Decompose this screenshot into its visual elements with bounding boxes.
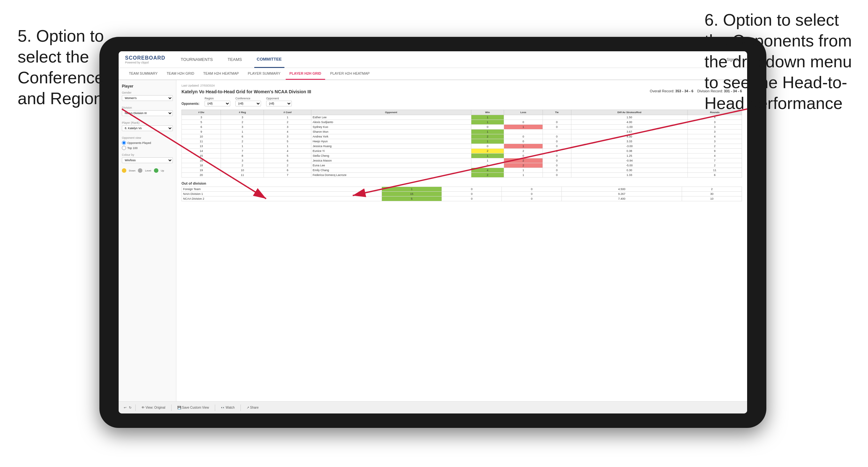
tab-player-h2h-heatmap[interactable]: PLAYER H2H HEATMAP: [327, 68, 374, 80]
cell-conf: 1: [264, 115, 311, 120]
ood-cell-rounds: 10: [682, 196, 742, 201]
cell-loss: 1: [504, 168, 542, 173]
panel-title: Katelyn Vo Head-to-Head Grid for Women's…: [182, 89, 311, 94]
player-rank-select[interactable]: 8. Katelyn Vo: [122, 125, 173, 131]
cell-name: Heejo Hyun: [311, 139, 471, 144]
cell-loss: 1: [504, 173, 542, 178]
tab-player-summary[interactable]: PLAYER SUMMARY: [244, 68, 284, 80]
nav-tournaments[interactable]: TOURNAMENTS: [178, 51, 215, 68]
cell-win: 4: [471, 168, 504, 173]
cell-rounds: 6: [688, 173, 742, 178]
cell-diff: -5.00: [571, 163, 688, 168]
cell-reg: 11: [221, 173, 264, 178]
dot-level-label: Level: [145, 169, 151, 172]
division-select[interactable]: NCAA Division III: [122, 110, 173, 116]
cell-rounds: 4: [688, 154, 742, 158]
cell-rounds: 2: [688, 144, 742, 149]
table-row: 16 3 6 Jessica Mason 1 2 0 -0.94 7: [182, 158, 742, 163]
toolbar-sep-1: [135, 405, 136, 411]
sidebar-opponent-view-section: Opponent view Opponents Played Top 100: [122, 136, 173, 150]
cell-win: 0: [471, 144, 504, 149]
region-filter-label: Region: [205, 97, 230, 100]
dot-up-label: Up: [161, 169, 164, 172]
cell-conf: 4: [264, 149, 311, 154]
cell-win: 1: [471, 139, 504, 144]
table-row: 15 8 5 Stella Cheng 1 0 0 1.25 4: [182, 154, 742, 158]
watch-label: Watch: [226, 406, 235, 409]
cell-win: 2: [471, 149, 504, 154]
colour-select[interactable]: Win/loss: [122, 157, 173, 163]
ood-cell-name: NCAA Division 2: [182, 196, 382, 201]
tab-team-h2h-heatmap[interactable]: TEAM H2H HEATMAP: [199, 68, 243, 80]
sidebar-player-rank-label: Player (Rank): [122, 121, 173, 124]
cell-tie: 0: [542, 168, 571, 173]
cell-rounds: 3: [688, 120, 742, 125]
cell-reg: 3: [221, 125, 264, 129]
main-content: Player Gender Women's Division NCAA Divi…: [119, 80, 747, 401]
ood-cell-name: Foreign Team: [182, 187, 382, 192]
cell-div: 10: [182, 134, 221, 139]
cell-loss: 0: [504, 120, 542, 125]
share-icon: ↗: [247, 406, 249, 409]
cell-diff: 0.30: [571, 168, 688, 173]
opponent-filter-select[interactable]: (All): [266, 101, 292, 106]
cell-tie: 0: [542, 149, 571, 154]
ood-table-row: Foreign Team 1 0 0 4.500 2: [182, 187, 742, 192]
cell-tie: 0: [542, 154, 571, 158]
sidebar-opponent-view-label: Opponent view: [122, 136, 173, 139]
cell-loss: 0: [504, 134, 542, 139]
save-custom-view-btn[interactable]: 💾 Save Custom View: [176, 405, 211, 410]
toolbar-sep-2: [171, 405, 172, 411]
cell-win: 1: [471, 154, 504, 158]
sidebar: Player Gender Women's Division NCAA Divi…: [119, 80, 176, 401]
conference-filter-select[interactable]: (All): [235, 101, 261, 106]
ood-cell-rounds: 30: [682, 192, 742, 196]
cell-win: 1: [471, 120, 504, 125]
radio-top100[interactable]: Top 100: [122, 146, 173, 150]
table-row: 11 2 5 Heejo Hyun 1 0 0 3.33 3: [182, 139, 742, 144]
cell-name: Federica Domecq Lacroze: [311, 173, 471, 178]
cell-conf: 6: [264, 158, 311, 163]
cell-tie: 0: [542, 134, 571, 139]
cell-conf: 4: [264, 129, 311, 134]
ood-cell-loss: 0: [442, 187, 502, 192]
ood-cell-loss: 0: [442, 196, 502, 201]
main-table: # Div # Reg # Conf Opponent Win Loss Tie…: [182, 110, 742, 178]
data-panel: Last Updated: 27/03/2024 Katelyn Vo Head…: [176, 80, 747, 401]
cell-reg: 3: [221, 115, 264, 120]
region-filter-select[interactable]: (All): [205, 101, 230, 106]
cell-diff: 0.38: [571, 149, 688, 154]
dot-down-label: Down: [129, 169, 135, 172]
radio-opponents-played[interactable]: Opponents Played: [122, 141, 173, 145]
toolbar-undo[interactable]: ↩: [124, 406, 126, 409]
cell-rounds: 2: [688, 163, 742, 168]
bottom-toolbar: ↩ ↻ 👁 View: Original 💾 Save Custom View …: [119, 401, 747, 413]
watch-btn[interactable]: 👀 Watch: [219, 405, 237, 410]
table-row: 19 10 6 Emily Chang 4 1 0 0.30 11: [182, 168, 742, 173]
cell-div: 13: [182, 144, 221, 149]
view-original-btn[interactable]: 👁 View: Original: [140, 405, 167, 410]
tab-player-h2h-grid[interactable]: PLAYER H2H GRID: [286, 68, 325, 80]
share-btn[interactable]: ↗ Share: [245, 405, 261, 410]
nav-committee[interactable]: COMMITTEE: [254, 51, 284, 68]
cell-div: 6: [182, 125, 221, 129]
cell-reg: 8: [221, 154, 264, 158]
cell-reg: 2: [221, 120, 264, 125]
cell-rounds: 3: [688, 139, 742, 144]
cell-reg: 7: [221, 149, 264, 154]
cell-loss: 2: [504, 163, 542, 168]
th-win: Win: [471, 110, 504, 115]
cell-name: Sydney Kuo: [311, 125, 471, 129]
tab-team-h2h-grid[interactable]: TEAM H2H GRID: [163, 68, 198, 80]
th-conf: # Conf: [264, 110, 311, 115]
nav-teams[interactable]: TEAMS: [225, 51, 245, 68]
cell-diff: 1.33: [571, 173, 688, 178]
cell-div: 14: [182, 149, 221, 154]
cell-rounds: 4: [688, 134, 742, 139]
th-tie: Tie: [542, 110, 571, 115]
table-row: 20 11 7 Federica Domecq Lacroze 2 1 0 1.…: [182, 173, 742, 178]
cell-name: Andrea York: [311, 134, 471, 139]
ood-cell-loss: 0: [442, 192, 502, 196]
cell-name: Alexis Sudjianto: [311, 120, 471, 125]
toolbar-redo[interactable]: ↻: [129, 406, 131, 409]
